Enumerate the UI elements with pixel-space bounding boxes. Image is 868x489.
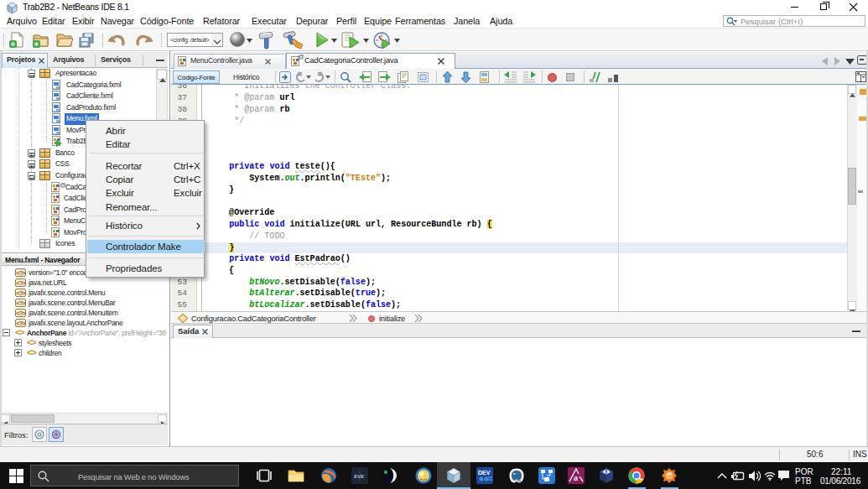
svg-text:DEV: DEV [478, 470, 491, 476]
svg-text:EVE: EVE [354, 474, 364, 479]
